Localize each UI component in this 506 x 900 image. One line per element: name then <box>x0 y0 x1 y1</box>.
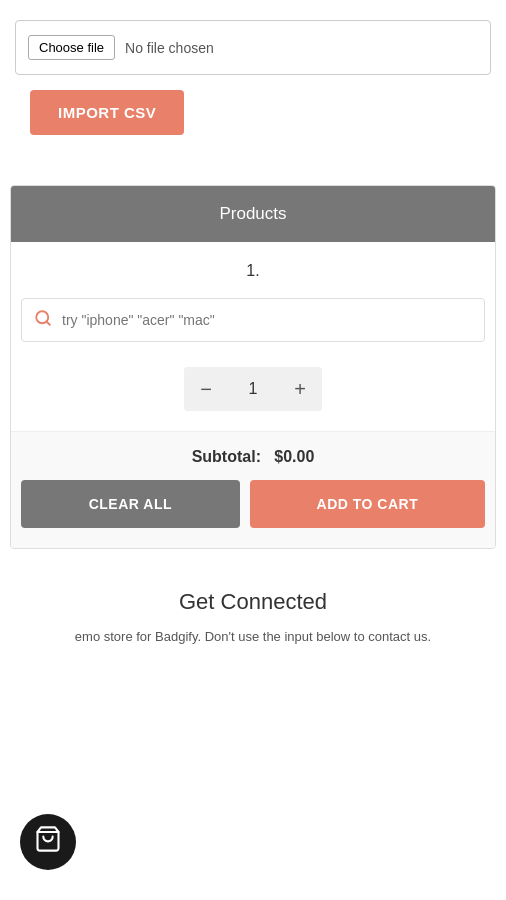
products-header: Products <box>11 186 495 242</box>
quantity-value: 1 <box>228 380 278 398</box>
subtotal-section: Subtotal: $0.00 CLEAR ALL ADD TO CART <box>11 431 495 548</box>
subtotal-text: Subtotal: $0.00 <box>21 448 485 466</box>
quantity-decrease-button[interactable]: − <box>184 367 228 411</box>
choose-file-button[interactable]: Choose file <box>28 35 115 60</box>
file-input-section: Choose file No file chosen <box>0 0 506 90</box>
minus-icon: − <box>200 378 212 401</box>
clear-all-button[interactable]: CLEAR ALL <box>21 480 240 528</box>
no-file-label: No file chosen <box>125 40 214 56</box>
subtotal-value: $0.00 <box>274 448 314 465</box>
file-input-wrapper: Choose file No file chosen <box>15 20 491 75</box>
add-to-cart-button[interactable]: ADD TO CART <box>250 480 485 528</box>
get-connected-description: emo store for Badgify. Don't use the inp… <box>63 627 443 648</box>
search-icon <box>34 309 52 331</box>
products-panel: Products 1. − 1 + Subtotal: <box>10 185 496 549</box>
search-input[interactable] <box>62 312 472 328</box>
quantity-row: − 1 + <box>11 352 495 431</box>
quantity-control: − 1 + <box>184 367 322 411</box>
products-title: Products <box>219 204 286 223</box>
quantity-increase-button[interactable]: + <box>278 367 322 411</box>
search-container <box>21 298 485 342</box>
action-buttons: CLEAR ALL ADD TO CART <box>21 480 485 538</box>
get-connected-section: Get Connected emo store for Badgify. Don… <box>0 549 506 668</box>
shopify-bag-icon <box>34 825 62 860</box>
get-connected-title: Get Connected <box>20 589 486 615</box>
plus-icon: + <box>294 378 306 401</box>
subtotal-label: Subtotal: <box>192 448 261 465</box>
product-row-number: 1. <box>11 242 495 290</box>
shopify-badge[interactable] <box>20 814 76 870</box>
import-csv-button[interactable]: IMPORT CSV <box>30 90 184 135</box>
svg-line-1 <box>46 321 49 324</box>
